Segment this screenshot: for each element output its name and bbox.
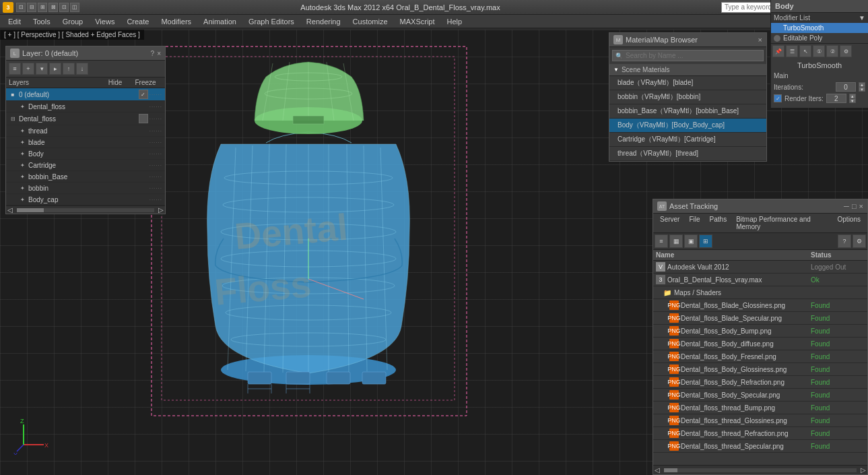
menu-create[interactable]: Create xyxy=(121,16,154,27)
asset-row-png-7[interactable]: PNG Dental_floss_Body_Refraction.png Fou… xyxy=(653,376,867,389)
tb-btn-5[interactable]: ⊡ xyxy=(59,3,69,12)
mat-item-thread[interactable]: thread（VRayMtl）[thread] xyxy=(609,147,766,161)
asset-tb-3[interactable]: ▣ xyxy=(684,234,698,248)
layer-check-0[interactable]: ✓ xyxy=(139,90,148,99)
asset-scroll-left[interactable]: ◁ xyxy=(653,466,661,474)
asset-row-png-10[interactable]: PNG Dental_floss_thread_Glossines.png Fo… xyxy=(653,414,867,427)
asset-row-png-5[interactable]: PNG Dental_floss_Body_Fresnel.png Found xyxy=(653,350,867,363)
asset-menu-options[interactable]: Options xyxy=(834,215,865,231)
tb-btn-1[interactable]: ⊡ xyxy=(16,3,26,12)
menu-views[interactable]: Views xyxy=(90,16,120,27)
asset-tb-help[interactable]: ? xyxy=(838,234,851,248)
mod-tb-1[interactable]: ① xyxy=(813,45,825,57)
asset-row-png-3[interactable]: PNG Dental_floss_Body_Bump.png Found xyxy=(653,325,867,338)
modifier-item-turbosmooth[interactable]: TurboSmooth xyxy=(771,23,868,33)
menu-tools[interactable]: Tools xyxy=(28,16,56,27)
layer-row-dental-floss1[interactable]: ✦ Dental_floss ··· ··· xyxy=(6,101,165,113)
asset-tb-1[interactable]: ≡ xyxy=(655,234,668,248)
asset-minimize-btn[interactable]: ─ xyxy=(844,202,849,210)
layer-row-dental-floss-grp[interactable]: ⊟ Dental_floss ··· ··· xyxy=(6,113,165,125)
mod-tb-pin[interactable]: 📌 xyxy=(772,45,784,57)
layer-row-thread[interactable]: ✦ thread ··· ··· xyxy=(6,125,165,137)
layer-row-blade[interactable]: ✦ blade ··· ··· xyxy=(6,137,165,148)
scrollbar-thumb[interactable] xyxy=(17,208,44,212)
asset-row-png-1[interactable]: PNG Dental_floss_Blade_Glossines.png Fou… xyxy=(653,299,867,312)
layer-row-cartridge[interactable]: ✦ Cartridge ··· ··· xyxy=(6,160,165,171)
render-iters-input[interactable] xyxy=(826,94,846,103)
mat-item-bobbin[interactable]: bobbin（VRayMtl）[bobbin] xyxy=(609,90,766,104)
asset-sb-thumb[interactable] xyxy=(664,468,677,472)
asset-tb-4[interactable]: ⊞ xyxy=(699,234,712,248)
asset-row-png-12[interactable]: PNG Dental_floss_thread_Specular.png Fou… xyxy=(653,440,867,453)
asset-tb-2[interactable]: ▦ xyxy=(669,234,683,248)
layers-close-btn[interactable]: × xyxy=(157,50,161,57)
viewport-label[interactable]: [ + ] [ Perspective ] [ Shaded + Edged F… xyxy=(0,30,144,40)
asset-row-png-8[interactable]: PNG Dental_floss_Body_Specular.png Found xyxy=(653,389,867,402)
layers-tb-menu[interactable]: ≡ xyxy=(9,63,21,75)
menu-rendering[interactable]: Rendering xyxy=(301,16,346,27)
tb-btn-6[interactable]: ◫ xyxy=(70,3,79,12)
asset-close-btn[interactable]: × xyxy=(859,202,863,210)
menu-edit[interactable]: Edit xyxy=(3,16,26,27)
material-search[interactable]: 🔍 xyxy=(612,50,764,61)
asset-row-png-6[interactable]: PNG Dental_floss_Body_Glossiness.png Fou… xyxy=(653,363,867,376)
material-close-btn[interactable]: × xyxy=(758,36,762,44)
iterations-up-btn[interactable]: ▲ xyxy=(859,82,865,87)
mat-item-cartridge[interactable]: Cartridge（VRayMtl）[Cartridge] xyxy=(609,133,766,147)
asset-scroll-right[interactable]: ▷ xyxy=(859,466,867,474)
asset-menu-paths[interactable]: Paths xyxy=(706,215,731,231)
tb-btn-2[interactable]: ⊟ xyxy=(27,3,36,12)
menu-maxscript[interactable]: MAXScript xyxy=(395,16,440,27)
mod-tb-settings[interactable]: ⚙ xyxy=(840,45,852,57)
layer-row-bobbin[interactable]: ✦ bobbin ··· ··· xyxy=(6,183,165,194)
render-iters-up-btn[interactable]: ▲ xyxy=(849,94,856,98)
asset-row-png-9[interactable]: PNG Dental_floss_thread_Bump.png Found xyxy=(653,402,867,414)
menu-help[interactable]: Help xyxy=(442,16,468,27)
asset-row-maps-folder[interactable]: 📁 Maps / Shaders xyxy=(653,286,867,299)
layers-tb-up[interactable]: ↑ xyxy=(63,63,75,75)
menu-group[interactable]: Group xyxy=(57,16,89,27)
mat-item-bobbin-base[interactable]: bobbin_Base（VRayMtl）[bobbin_Base] xyxy=(609,104,766,119)
layers-help-btn[interactable]: ? xyxy=(151,50,155,57)
asset-menu-bitmap[interactable]: Bitmap Performance and Memory xyxy=(732,215,832,231)
iterations-input[interactable] xyxy=(836,82,856,92)
layer-box-dfgrp[interactable] xyxy=(139,114,148,123)
menu-graph-editors[interactable]: Graph Editors xyxy=(243,16,300,27)
iterations-down-btn[interactable]: ▼ xyxy=(859,87,865,92)
scroll-right-btn[interactable]: ▷ xyxy=(157,206,165,214)
scroll-left-btn[interactable]: ◁ xyxy=(6,206,14,214)
render-iters-down-btn[interactable]: ▼ xyxy=(849,98,856,103)
layers-tb-down2[interactable]: ↓ xyxy=(76,63,88,75)
asset-row-png-11[interactable]: PNG Dental_floss_thread_Refraction.png F… xyxy=(653,427,867,440)
tb-btn-3[interactable]: ⊞ xyxy=(38,3,47,12)
menu-animation[interactable]: Animation xyxy=(198,16,242,27)
asset-row-vault[interactable]: V Autodesk Vault 2012 Logged Out xyxy=(653,261,867,274)
mod-tb-cursor[interactable]: ↖ xyxy=(799,45,811,57)
render-iters-checkbox[interactable]: ✓ xyxy=(774,94,782,102)
scene-materials-header[interactable]: ▼ Scene Materials xyxy=(609,64,766,76)
asset-maximize-btn[interactable]: □ xyxy=(852,202,857,210)
asset-tb-settings[interactable]: ⚙ xyxy=(853,234,866,248)
mod-tb-list[interactable]: ☰ xyxy=(786,45,798,57)
layer-row-body[interactable]: ✦ Body ··· ··· xyxy=(6,148,165,160)
tb-btn-4[interactable]: ⊠ xyxy=(48,3,58,12)
asset-menu-file[interactable]: File xyxy=(685,215,704,231)
modifier-item-editable-poly[interactable]: Editable Poly xyxy=(771,33,868,43)
mat-item-body[interactable]: Body（VRayMtl）[Body_Body_cap] xyxy=(609,119,766,133)
layer-row-bodycap[interactable]: ✦ Body_cap ··· ··· xyxy=(6,194,165,205)
layers-tb-right[interactable]: ▸ xyxy=(49,63,61,75)
layer-row-0default[interactable]: ■ 0 (default) ✓ ··· ··· xyxy=(6,88,165,101)
mat-item-blade[interactable]: blade（VRayMtl）[blade] xyxy=(609,76,766,90)
asset-menu-server[interactable]: Server xyxy=(656,215,683,231)
layers-tb-down[interactable]: ▾ xyxy=(36,63,48,75)
asset-scrollbar[interactable]: ◁ ▷ xyxy=(653,465,867,474)
layers-tb-add[interactable]: + xyxy=(22,63,34,75)
material-search-input[interactable] xyxy=(626,52,760,59)
layer-row-bobbin-base[interactable]: ✦ bobbin_Base ··· ··· xyxy=(6,171,165,183)
asset-row-png-4[interactable]: PNG Dental_floss_Body_diffuse.png Found xyxy=(653,338,867,350)
modifier-list-dropdown-icon[interactable]: ▼ xyxy=(859,14,865,22)
asset-row-max[interactable]: 3 Oral_B_Dental_Floss_vray.max Ok xyxy=(653,274,867,286)
mod-tb-2[interactable]: ② xyxy=(826,45,838,57)
asset-row-png-2[interactable]: PNG Dental_floss_Blade_Specular.png Foun… xyxy=(653,312,867,325)
menu-customize[interactable]: Customize xyxy=(347,16,393,27)
